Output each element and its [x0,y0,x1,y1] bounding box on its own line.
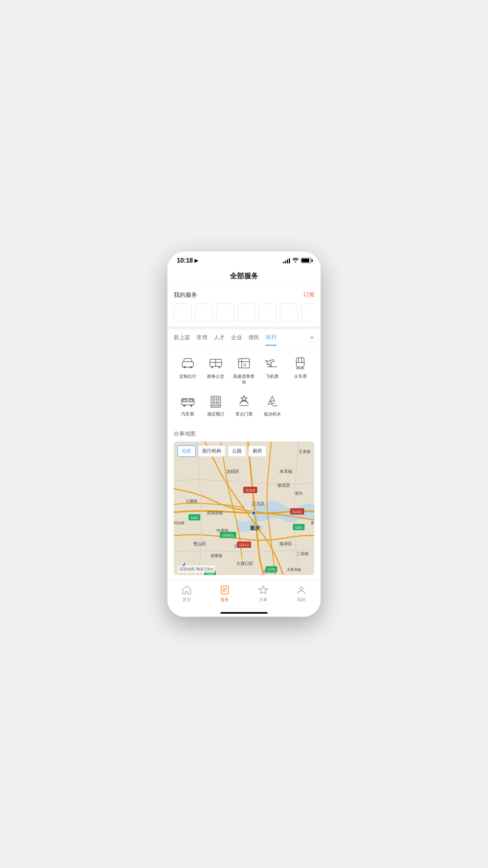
service-hotel[interactable]: 酒店预订 [202,389,230,421]
map-section: 办事地图 [167,426,321,580]
svg-rect-28 [216,398,219,400]
svg-point-6 [211,367,213,368]
map-tab-toilet[interactable]: 厕所 [248,445,266,457]
svg-text:姜: 姜 [311,520,314,524]
tab-common[interactable]: 常用 [196,334,207,345]
phone-frame: 10:18 ▶ 全部服务 我 [167,252,321,617]
placeholder-slot [174,303,192,322]
service-custom-travel[interactable]: 定制出行 [174,351,202,389]
home-bar [220,612,268,614]
highway-fine-label: 高速违章查询 [231,373,257,385]
svg-point-7 [218,367,220,368]
nav-services[interactable]: 服务 [206,583,244,604]
svg-text:北碚区: 北碚区 [226,469,239,474]
status-bar: 10:18 ▶ [167,252,321,267]
map-watermark: 高德地图 陶家10km [178,566,215,573]
tab-convenience[interactable]: 便民 [248,334,259,345]
service-scenic[interactable]: 景点门票 [230,389,258,421]
scenic-icon [236,393,252,409]
svg-text:G93: G93 [191,515,198,519]
service-bus[interactable]: 汽车票 [174,389,202,421]
svg-rect-0 [182,362,193,367]
map-tab-medical[interactable]: 医疗机构 [198,445,226,457]
placeholder-slot [259,303,277,322]
gov-bus-icon [208,355,224,371]
svg-text:王圣镇: 王圣镇 [299,449,310,453]
bottom-nav: 首页 服务 办事 [167,580,321,612]
svg-point-1 [183,366,185,368]
tab-new[interactable]: 新上架 [174,334,190,345]
svg-point-18 [302,366,303,368]
svg-rect-29 [213,402,215,404]
svg-text:江北区: 江北区 [252,501,265,506]
placeholder-slot [301,303,314,322]
time-display: 10:18 [177,257,193,264]
tab-talent[interactable]: 人才 [214,334,225,345]
custom-travel-label: 定制出行 [179,373,196,379]
map-tab-park[interactable]: 公园 [228,445,246,457]
flight-label: 飞机票 [266,373,279,379]
map-svg: 北碚区 木耳镇 渝北区 江北区 七塘镇 回龙坝镇 中梁镇 璧山区 曾家镇 沙坪坝… [174,441,314,575]
low-flood-icon [264,393,280,409]
svg-text:南岸区: 南岸区 [279,541,292,546]
tab-travel[interactable]: 出行 [266,334,277,346]
wifi-icon [292,257,299,264]
svg-text:木耳镇: 木耳镇 [279,469,292,474]
svg-point-77 [300,587,303,590]
service-gov-bus[interactable]: 政务公交 [202,351,230,389]
subscribe-button[interactable]: 订阅 [303,291,314,298]
placeholder-slot [280,303,298,322]
svg-text:七塘镇: 七塘镇 [185,499,197,503]
add-tab-button[interactable]: + [310,333,314,346]
services-grid: 定制出行 政务公交 [174,351,314,421]
mine-icon [296,585,306,595]
svg-rect-21 [182,400,194,403]
map-tab-community[interactable]: 社区 [178,445,196,457]
map-container[interactable]: 北碚区 木耳镇 渝北区 江北区 七塘镇 回龙坝镇 中梁镇 璧山区 曾家镇 沙坪坝… [174,441,314,575]
svg-text:G5001: G5001 [222,533,234,537]
services-icon [220,585,230,595]
my-services-section: 我的服务 订阅 [167,287,321,329]
train-label: 火车票 [294,373,307,379]
svg-text:回龙坝镇: 回龙坝镇 [207,510,223,515]
service-highway-fine[interactable]: 违 高速违章查询 [230,351,258,389]
svg-text:G75: G75 [268,567,275,572]
placeholder-icons-row [174,303,314,322]
svg-point-17 [297,366,299,368]
tab-enterprise[interactable]: 企业 [231,334,242,345]
service-low-flood[interactable]: 低洼积水 [258,389,286,421]
svg-point-23 [190,405,192,406]
low-flood-label: 低洼积水 [264,411,281,417]
my-services-header: 我的服务 订阅 [174,291,314,299]
nav-affairs-label: 办事 [259,597,268,603]
my-services-label: 我的服务 [174,291,197,299]
placeholder-slot [216,303,234,322]
gov-bus-label: 政务公交 [207,373,224,379]
nav-affairs[interactable]: 办事 [244,583,283,604]
svg-text:大渡口区: 大渡口区 [236,561,253,566]
svg-marker-76 [259,586,268,594]
signal-icon [283,258,290,263]
bus-icon [180,393,196,409]
home-indicator [167,612,321,617]
nav-home-label: 首页 [182,597,191,603]
nav-home[interactable]: 首页 [167,583,206,604]
svg-text:G212: G212 [239,542,249,547]
page-title: 全部服务 [167,267,321,287]
train-icon [292,355,308,371]
map-section-title: 办事地图 [174,430,314,438]
svg-text:G210: G210 [292,509,302,513]
svg-point-34 [252,511,256,515]
hotel-icon [208,393,224,409]
services-section: 定制出行 政务公交 [167,347,321,426]
bus-label: 汽车票 [181,411,194,417]
nav-mine[interactable]: 我的 [283,583,321,604]
svg-rect-30 [216,402,219,404]
custom-travel-icon [180,355,196,371]
service-flight[interactable]: 飞机票 [258,351,286,389]
svg-text:曾家镇: 曾家镇 [211,554,222,558]
service-train[interactable]: 火车票 [286,351,314,389]
svg-text:G50: G50 [295,525,303,529]
home-icon [182,585,192,595]
svg-text:违: 违 [243,363,246,367]
